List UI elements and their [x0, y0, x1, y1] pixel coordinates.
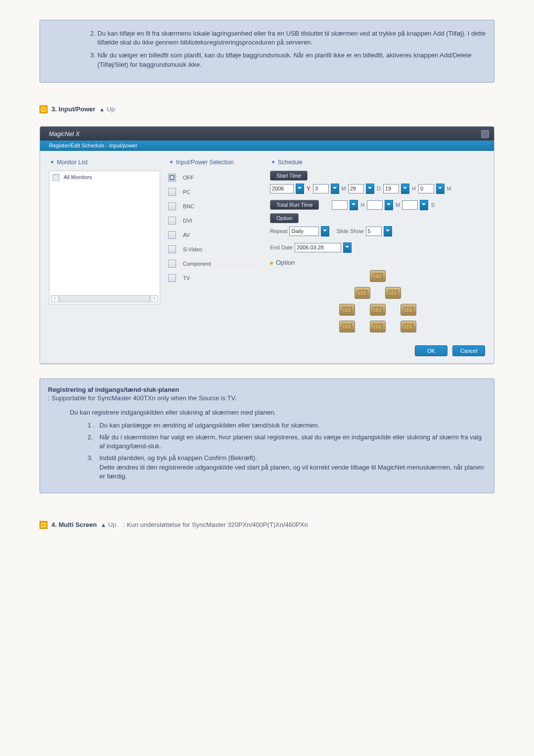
dropdown-icon[interactable]	[401, 184, 409, 194]
enddate-label: End Date	[270, 244, 293, 250]
layout-tile-icon[interactable]	[370, 321, 386, 332]
description-step: 2.Når du i skærmlisten har valgt en skær…	[88, 433, 486, 451]
repeat-select[interactable]: Daily	[289, 227, 319, 236]
tree-root-label: All Monitors	[63, 174, 91, 180]
start-month-input[interactable]: 3	[313, 184, 329, 193]
total-min-input[interactable]	[367, 200, 383, 210]
section-3-title: 3. Input/Power	[51, 105, 95, 113]
scroll-right-button[interactable]: ›	[150, 295, 158, 302]
dropdown-icon[interactable]	[321, 226, 329, 236]
dropdown-icon[interactable]	[331, 184, 339, 194]
monitor-list-title: Monitor List	[50, 159, 160, 166]
section3-description: Registrering af indgangs/tænd-sluk-plane…	[40, 378, 494, 493]
total-hour-input[interactable]	[332, 200, 348, 210]
input-option-svideo[interactable]: S-Video	[168, 242, 262, 256]
note-item: Når du vælger en billedfil som planfil, …	[97, 51, 486, 69]
option-bullet-icon	[270, 262, 273, 265]
dropdown-icon[interactable]	[343, 242, 352, 253]
top-info-block: Du kan tilføje en fil fra skærmens lokal…	[40, 20, 494, 83]
description-intro: Du kan registrere indgangskilden eller s…	[70, 409, 486, 416]
checkbox-icon	[168, 231, 176, 239]
input-option-dvi[interactable]: DVI	[168, 213, 262, 228]
up-link[interactable]: ▲ Up	[99, 105, 115, 113]
scroll-track[interactable]	[59, 295, 150, 302]
scroll-left-button[interactable]: ‹	[51, 295, 59, 302]
description-title: Registrering af indgangs/tænd-sluk-plane…	[48, 386, 486, 393]
dialog-subtitle: Register/Edit Schedule - Input/power	[40, 141, 494, 151]
start-hour-input[interactable]: 19	[383, 184, 399, 193]
layout-tile-icon[interactable]	[370, 270, 386, 282]
start-time-row: 2006Y 3M 28D 19H 0M	[270, 184, 485, 194]
layout-tile-icon[interactable]	[385, 287, 401, 299]
start-day-input[interactable]: 28	[348, 184, 364, 193]
option-subtitle: Option	[276, 259, 295, 266]
cancel-button[interactable]: Cancel	[452, 345, 485, 356]
dropdown-icon[interactable]	[296, 184, 304, 194]
start-time-chip: Start Time	[270, 171, 308, 181]
schedule-dialog: MagicNet X Register/Edit Schedule - Inpu…	[40, 126, 494, 364]
description-step: 1 .Du kan planlægge en ændring af udgang…	[88, 421, 486, 430]
input-option-off[interactable]: OFF	[168, 171, 262, 185]
start-min-input[interactable]: 0	[418, 184, 434, 193]
option-chip: Option	[270, 213, 299, 223]
section-4-heading: 4. Multi Screen ▲ Up : Kun understøttels…	[40, 521, 494, 529]
layout-tile-icon[interactable]	[339, 304, 355, 316]
total-run-chip: Total Run Time	[270, 200, 319, 210]
layout-tile-icon[interactable]	[400, 304, 416, 316]
layout-tile-icon[interactable]	[339, 321, 355, 332]
input-option-av[interactable]: AV	[168, 228, 262, 242]
repeat-label: Repeat	[270, 228, 287, 234]
section-3-heading: 3. Input/Power ▲ Up	[40, 105, 494, 113]
up-arrow-icon: ▲	[99, 106, 105, 112]
layout-tile-icon[interactable]	[355, 287, 370, 299]
up-link[interactable]: ▲ Up	[101, 521, 117, 528]
section-4-title: 4. Multi Screen	[51, 521, 97, 528]
dialog-titlebar: MagicNet X	[40, 127, 494, 141]
input-option-pc[interactable]: PC	[168, 185, 262, 199]
dropdown-icon[interactable]	[384, 226, 392, 236]
checkbox-icon	[168, 174, 176, 182]
slideshow-value[interactable]: 5	[366, 227, 382, 236]
slideshow-label: Slide Show	[336, 228, 363, 234]
input-power-title: Input/Power Selection	[170, 159, 262, 166]
dropdown-icon[interactable]	[385, 200, 393, 210]
monitor-tree[interactable]: All Monitors ‹ ›	[49, 171, 160, 304]
checkbox-icon	[168, 245, 176, 253]
titlebar-badge-icon	[481, 130, 489, 138]
section-4-support: : Kun understøttelse for SyncMaster 320P…	[123, 521, 308, 528]
description-subnote: : Supportable for SyncMaster 400TXn only…	[48, 394, 486, 402]
layout-tile-icon[interactable]	[400, 321, 416, 332]
checkbox-icon	[168, 217, 176, 225]
input-option-component[interactable]: Component	[168, 256, 262, 271]
schedule-title: Schedule	[271, 159, 485, 166]
input-option-tv[interactable]: TV	[168, 271, 262, 285]
total-sec-input[interactable]	[402, 200, 418, 210]
note-item: Du kan tilføje en fil fra skærmens lokal…	[97, 29, 486, 47]
layout-tile-icon[interactable]	[370, 304, 386, 316]
checkbox-icon	[168, 202, 176, 210]
layout-preview-area	[270, 270, 485, 332]
description-step: 3.Indstil plantiden, og tryk på knappen …	[88, 454, 486, 481]
ok-button[interactable]: OK	[415, 345, 447, 356]
checkbox-icon	[168, 260, 176, 268]
checkbox-icon	[168, 274, 176, 282]
up-arrow-icon: ▲	[101, 522, 106, 528]
tree-root-icon	[52, 174, 59, 181]
dropdown-icon[interactable]	[420, 200, 428, 210]
dropdown-icon[interactable]	[436, 184, 445, 194]
app-title-label: MagicNet X	[49, 131, 80, 138]
start-year-input[interactable]: 2006	[270, 184, 294, 193]
section-icon	[40, 521, 47, 529]
section-icon	[40, 105, 47, 113]
enddate-input[interactable]: 2006.03.28	[295, 243, 341, 252]
checkbox-icon	[168, 188, 176, 196]
dropdown-icon[interactable]	[350, 200, 358, 210]
dropdown-icon[interactable]	[366, 184, 374, 194]
input-option-bnc[interactable]: BNC	[168, 199, 262, 213]
